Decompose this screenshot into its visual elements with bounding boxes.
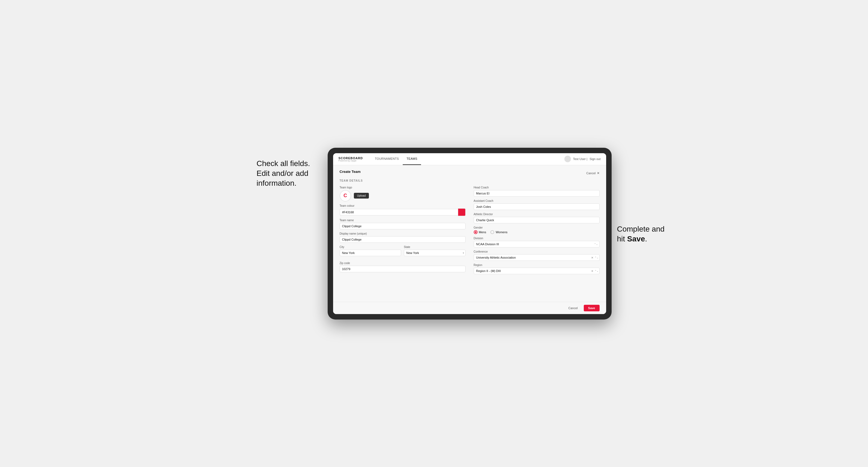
gender-mens-label: Mens [479,230,486,234]
state-select-wrap: New York ▾ [404,250,466,256]
athletic-director-group: Athletic Director [474,213,599,223]
zip-label: Zip code [340,261,466,264]
team-logo-group: Team logo C Upload [340,186,466,201]
state-label: State [404,246,466,249]
region-caret-icon: ⌃⌄ [595,270,598,272]
head-coach-group: Head Coach [474,186,599,197]
gender-group: Gender Mens Womens [474,226,599,234]
logo-sub: Powered by clippd [339,160,363,162]
nav-links: TOURNAMENTS TEAMS [371,153,421,165]
display-name-group: Display name (unique) [340,232,466,243]
region-select[interactable]: Region II - (M) DIII [474,268,599,274]
gender-mens-option[interactable]: Mens [474,230,486,234]
signout-link[interactable]: Sign out [589,157,600,161]
gender-womens-radio[interactable] [490,230,494,234]
region-group: Region Region II - (M) DIII ✕ ⌃⌄ [474,263,599,274]
assistant-coach-label: Assistant Coach [474,199,599,203]
nav-tournaments[interactable]: TOURNAMENTS [371,153,403,165]
city-label: City [340,246,401,249]
save-button[interactable]: Save [584,305,599,311]
annotation-right: Complete and hit Save. [617,224,677,244]
user-avatar-icon [564,156,571,162]
form-grid: Team logo C Upload Team colour [340,186,599,277]
display-name-input[interactable] [340,236,466,243]
form-left: Team logo C Upload Team colour [340,186,466,277]
logo-text: SCOREBOARD [339,156,363,160]
head-coach-label: Head Coach [474,186,599,189]
conference-label: Conference [474,250,599,253]
color-input-row [340,208,466,216]
cancel-top-link[interactable]: Cancel ✕ [586,171,599,175]
team-colour-group: Team colour [340,204,466,216]
nav-teams[interactable]: TEAMS [403,153,421,165]
athletic-director-label: Athletic Director [474,213,599,216]
logo-area: SCOREBOARD Powered by clippd [339,156,363,162]
zip-input[interactable] [340,266,466,272]
user-label: Test User | [573,157,587,161]
division-group: Division NCAA Division III ⌃⌄ [474,237,599,247]
region-clear-btns: ✕ ⌃⌄ [590,269,598,273]
upload-button[interactable]: Upload [354,193,369,198]
region-label: Region [474,263,599,267]
logo-circle: C [340,190,351,201]
assistant-coach-group: Assistant Coach [474,199,599,210]
gender-womens-option[interactable]: Womens [490,230,507,234]
team-name-group: Team name [340,219,466,229]
logo-upload-area: C Upload [340,190,466,201]
conference-caret-icon: ⌃⌄ [595,256,598,259]
section-label: TEAM DETAILS [340,179,599,182]
gender-mens-radio[interactable] [474,230,477,234]
navbar: SCOREBOARD Powered by clippd TOURNAMENTS… [333,153,606,165]
close-icon: ✕ [597,171,599,175]
tablet-frame: SCOREBOARD Powered by clippd TOURNAMENTS… [328,148,612,319]
page-title: Create Team [340,169,361,174]
conference-clear-icon[interactable]: ✕ [590,256,594,259]
head-coach-input[interactable] [474,190,599,197]
assistant-coach-input[interactable] [474,204,599,210]
team-colour-label: Team colour [340,204,466,207]
nav-right: Test User | Sign out [564,156,601,162]
team-logo-label: Team logo [340,186,466,189]
state-select[interactable]: New York [404,250,466,256]
color-swatch[interactable] [458,208,466,216]
division-select-wrap: NCAA Division III ⌃⌄ [474,241,599,247]
gender-label: Gender [474,226,599,229]
city-state-row: City State New York ▾ [340,246,466,259]
team-name-input[interactable] [340,223,466,229]
region-clear-icon[interactable]: ✕ [590,269,594,273]
team-colour-input[interactable] [340,209,458,216]
region-select-wrap: Region II - (M) DIII ✕ ⌃⌄ [474,268,599,274]
gender-radio-row: Mens Womens [474,230,599,234]
conference-select[interactable]: University Athletic Association [474,254,599,261]
form-footer: Cancel Save [333,302,606,314]
zip-group: Zip code [340,261,466,272]
form-container: Create Team Cancel ✕ TEAM DETAILS Team l… [333,165,606,302]
conference-group: Conference University Athletic Associati… [474,250,599,261]
display-name-label: Display name (unique) [340,232,466,235]
division-select[interactable]: NCAA Division III [474,241,599,247]
division-label: Division [474,237,599,240]
tablet-screen: SCOREBOARD Powered by clippd TOURNAMENTS… [333,153,606,314]
team-name-label: Team name [340,219,466,222]
conference-clear-btns: ✕ ⌃⌄ [590,256,598,259]
conference-select-wrap: University Athletic Association ✕ ⌃⌄ [474,254,599,261]
state-group: State New York ▾ [404,246,466,256]
form-right: Head Coach Assistant Coach Athletic Dire… [474,186,599,277]
athletic-director-input[interactable] [474,217,599,223]
city-group: City [340,246,401,256]
create-team-header: Create Team Cancel ✕ [340,169,599,177]
city-input[interactable] [340,250,401,256]
annotation-left: Check all fields. Edit and/or add inform… [257,148,317,188]
gender-womens-label: Womens [496,230,507,234]
cancel-button[interactable]: Cancel [565,305,581,311]
